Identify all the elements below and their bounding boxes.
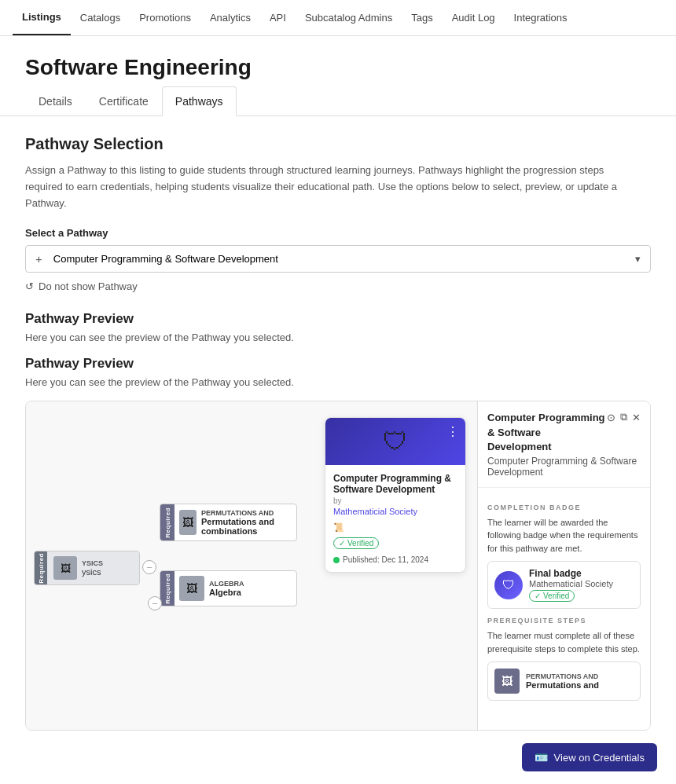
- pathway-card-title: Computer Programming & Software Developm…: [333, 473, 457, 495]
- physics-name: ysics: [82, 567, 103, 577]
- panel-target-icon[interactable]: ⊙: [607, 412, 615, 423]
- view-on-credentials-button[interactable]: 🪪 View on Credentials: [522, 743, 657, 749]
- pathway-selection-section: Pathway Selection Assign a Pathway to th…: [25, 135, 651, 292]
- dropdown-selected-value: Computer Programming & Software Developm…: [53, 253, 278, 265]
- alg-node-main: 🖼 ALGEBRA Algebra: [175, 571, 296, 606]
- badge-card: 🛡 Final badge Mathematicial Society ✓ Ve…: [487, 561, 641, 609]
- perm-required-sidebar: Required: [160, 504, 175, 540]
- top-navigation: Listings Catalogs Promotions Analytics A…: [0, 0, 676, 36]
- prereq-info: PERMUTATIONS AND Permutations and: [526, 672, 599, 690]
- badge-name: Final badge: [529, 568, 613, 579]
- pathway-preview-2-title: Pathway Preview: [25, 356, 651, 372]
- pathway-selection-desc: Assign a Pathway to this listing to guid…: [25, 163, 638, 211]
- pathway-dropdown[interactable]: + Computer Programming & Software Develo…: [25, 245, 651, 273]
- minus-btn-physics[interactable]: −: [142, 560, 156, 574]
- panel-header-top: Computer Programming & Software Developm…: [487, 411, 641, 454]
- badge-org: Mathematicial Society: [529, 579, 613, 588]
- pathway-preview-1-title: Pathway Preview: [25, 311, 651, 327]
- pathway-shield-icon: 🛡: [383, 427, 408, 456]
- alg-upper-title: ALGEBRA: [209, 580, 244, 588]
- verified-label: Verified: [347, 539, 373, 548]
- pathway-dropdown-wrapper: + Computer Programming & Software Develo…: [25, 245, 651, 273]
- sync-icon: ↺: [25, 280, 34, 292]
- pathway-card-header: ⋮ 🛡: [325, 418, 465, 465]
- nav-api[interactable]: API: [260, 1, 296, 35]
- panel-close-icon[interactable]: ✕: [632, 412, 641, 423]
- perm-upper-title: PERMUTATIONS AND: [201, 509, 292, 517]
- nav-promotions[interactable]: Promotions: [130, 1, 200, 35]
- main-content: Pathway Selection Assign a Pathway to th…: [0, 116, 676, 749]
- pathway-preview-2-desc: Here you can see the preview of the Path…: [25, 376, 651, 388]
- minus-btn-alg[interactable]: −: [148, 596, 162, 610]
- badge-icon: 🛡: [494, 571, 523, 599]
- check-verified-icon: ✓: [535, 592, 541, 600]
- perm-name: Permutations and combinations: [201, 517, 292, 536]
- check-icon: ✓: [339, 539, 345, 548]
- nav-audit-log[interactable]: Audit Log: [443, 1, 505, 35]
- perm-required-label: Required: [164, 507, 171, 538]
- nav-listings[interactable]: Listings: [13, 0, 71, 35]
- prereq-label: PERMUTATIONS AND: [526, 672, 599, 680]
- prereq-name: Permutations and: [526, 680, 599, 690]
- badge-verified-tag: ✓ Verified: [529, 590, 575, 602]
- pathway-card-org[interactable]: Mathematicial Society: [333, 507, 457, 516]
- perm-text: PERMUTATIONS AND Permutations and combin…: [201, 509, 292, 536]
- physics-thumb: 🖼: [53, 556, 77, 580]
- bottom-toolbar: 🪪 View on Credentials: [503, 731, 676, 749]
- alg-required-label: Required: [164, 573, 171, 604]
- physics-required-label: Required: [38, 553, 45, 584]
- panel-copy-icon[interactable]: ⧉: [620, 411, 627, 423]
- pathway-preview-1-desc: Here you can see the preview of the Path…: [25, 332, 651, 343]
- nav-analytics[interactable]: Analytics: [200, 1, 260, 35]
- nav-subcatalog-admins[interactable]: Subcatalog Admins: [296, 1, 402, 35]
- panel-body: COMPLETION BADGE The learner will be awa…: [478, 488, 650, 730]
- nav-tags[interactable]: Tags: [402, 1, 442, 35]
- tab-pathways[interactable]: Pathways: [162, 86, 237, 116]
- alg-required-sidebar: Required: [160, 571, 175, 606]
- panel-title: Computer Programming & Software Developm…: [487, 411, 607, 454]
- tab-details[interactable]: Details: [25, 86, 86, 116]
- pathway-preview-2-section: Pathway Preview Here you can see the pre…: [25, 356, 651, 388]
- panel-subtitle: Computer Programming & Software Developm…: [487, 456, 641, 478]
- page-header: Software Engineering: [0, 36, 676, 86]
- badge-verified-label: Verified: [543, 592, 569, 600]
- pathway-card-cert-icon: 📜: [333, 522, 457, 533]
- completion-badge-section-label: COMPLETION BADGE: [487, 504, 641, 511]
- alg-name: Algebra: [209, 588, 244, 597]
- do-not-show-pathway[interactable]: ↺ Do not show Pathway: [25, 280, 651, 292]
- completion-badge-desc: The learner will be awarded the followin…: [487, 516, 641, 555]
- pathway-verified-badge: ✓ Verified: [333, 537, 379, 549]
- pathway-card-by: by: [333, 496, 457, 505]
- select-pathway-label: Select a Pathway: [25, 227, 651, 239]
- pathway-detail-panel: Computer Programming & Software Developm…: [477, 401, 650, 730]
- alg-thumb: 🖼: [179, 576, 204, 601]
- alg-text: ALGEBRA Algebra: [209, 580, 244, 597]
- perm-thumb: 🖼: [179, 510, 197, 535]
- prereq-thumb: 🖼: [494, 669, 520, 694]
- nav-integrations[interactable]: Integrations: [505, 1, 577, 35]
- prereq-card: 🖼 PERMUTATIONS AND Permutations and: [487, 661, 641, 701]
- published-date: Published: Dec 11, 2024: [343, 555, 428, 564]
- chevron-down-icon: ▾: [635, 253, 641, 265]
- pathway-canvas: Required 🖼 YSICS ysics −: [25, 401, 651, 731]
- prereq-section-label: PREREQUISITE STEPS: [487, 617, 641, 625]
- nav-catalogs[interactable]: Catalogs: [71, 1, 130, 35]
- pathway-card-menu[interactable]: ⋮: [446, 424, 459, 439]
- pathway-selection-title: Pathway Selection: [25, 135, 651, 153]
- published-dot: [333, 557, 340, 563]
- physics-node: Required 🖼 YSICS ysics: [34, 551, 140, 585]
- panel-header: Computer Programming & Software Developm…: [478, 401, 650, 488]
- do-not-show-label: Do not show Pathway: [39, 280, 138, 292]
- tab-certificate[interactable]: Certificate: [86, 86, 162, 116]
- tab-bar: Details Certificate Pathways: [0, 86, 676, 116]
- canvas-area[interactable]: Required 🖼 YSICS ysics −: [26, 401, 477, 730]
- published-info: Published: Dec 11, 2024: [333, 555, 457, 564]
- prereq-desc: The learner must complete all of these p…: [487, 629, 641, 655]
- pathway-preview-1-section: Pathway Preview Here you can see the pre…: [25, 311, 651, 343]
- permutations-node: Required 🖼 PERMUTATIONS AND Permutations…: [160, 504, 297, 541]
- badge-info: Final badge Mathematicial Society ✓ Veri…: [529, 568, 613, 602]
- physics-upper-label: YSICS: [82, 559, 103, 567]
- pathway-card: ⋮ 🛡 Computer Programming & Software Deve…: [325, 417, 466, 573]
- physics-text: YSICS ysics: [82, 559, 103, 577]
- plus-icon: +: [35, 252, 42, 266]
